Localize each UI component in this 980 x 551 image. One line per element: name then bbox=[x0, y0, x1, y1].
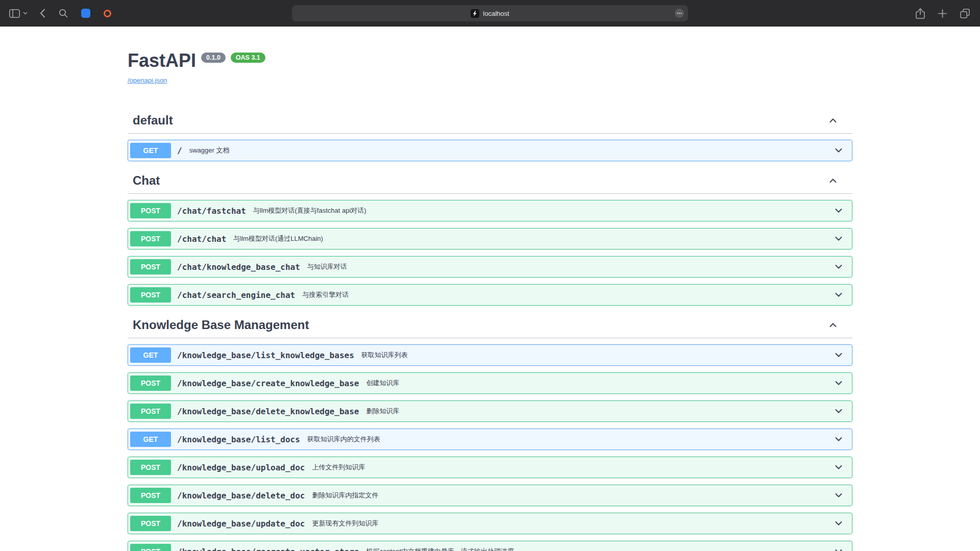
operation-summary: 删除知识库 bbox=[366, 407, 832, 416]
chevron-down-icon bbox=[834, 434, 844, 444]
chevron-down-icon[interactable] bbox=[23, 12, 28, 15]
expand-operation-button[interactable] bbox=[832, 261, 845, 273]
collapse-section-button[interactable] bbox=[827, 174, 839, 187]
operation-post-knowledge-base-delete-doc[interactable]: POST/knowledge_base/delete_doc删除知识库内指定文件 bbox=[128, 485, 852, 506]
back-icon[interactable] bbox=[40, 9, 45, 18]
operation-post-chat-search-engine-chat[interactable]: POST/chat/search_engine_chat与搜索引擎对话 bbox=[128, 284, 852, 306]
operation-summary: 更新现有文件到知识库 bbox=[312, 519, 832, 528]
operation-post-chat-fastchat[interactable]: POST/chat/fastchat与llm模型对话(直接与fastchat a… bbox=[128, 200, 852, 221]
expand-operation-button[interactable] bbox=[832, 377, 845, 389]
expand-operation-button[interactable] bbox=[832, 405, 845, 417]
method-badge: POST bbox=[130, 460, 171, 475]
section-title: Chat bbox=[133, 172, 160, 189]
expand-operation-button[interactable] bbox=[832, 233, 845, 245]
toolbar-left-group bbox=[9, 0, 125, 27]
method-badge: POST bbox=[130, 203, 171, 218]
operation-path: /knowledge_base/upload_doc bbox=[177, 463, 305, 472]
operation-summary: 上传文件到知识库 bbox=[312, 463, 832, 472]
section-title: default bbox=[133, 112, 173, 129]
operation-summary: 与llm模型对话(直接与fastchat api对话) bbox=[253, 206, 832, 215]
collapse-section-button[interactable] bbox=[827, 114, 839, 127]
operation-post-knowledge-base-create-knowledge-base[interactable]: POST/knowledge_base/create_knowledge_bas… bbox=[128, 372, 852, 394]
expand-operation-button[interactable] bbox=[832, 517, 845, 530]
operation-post-knowledge-base-delete-knowledge-base[interactable]: POST/knowledge_base/delete_knowledge_bas… bbox=[128, 400, 852, 422]
oas-badge: OAS 3.1 bbox=[231, 53, 265, 63]
operation-path: /chat/search_engine_chat bbox=[177, 290, 295, 300]
chevron-down-icon bbox=[834, 546, 844, 551]
operation-post-knowledge-base-recreate-vector-store[interactable]: POST/knowledge_base/recreate_vector_stor… bbox=[128, 541, 852, 551]
tag-section-default: defaultGET/swagger 文档 bbox=[128, 108, 852, 161]
operation-path: /chat/chat bbox=[177, 234, 226, 244]
new-tab-icon[interactable] bbox=[938, 9, 947, 18]
method-badge: POST bbox=[130, 516, 171, 531]
section-header-chat[interactable]: Chat bbox=[128, 168, 852, 194]
section-header-knowledge-base-management[interactable]: Knowledge Base Management bbox=[128, 312, 852, 338]
method-badge: GET bbox=[130, 432, 171, 447]
operation-path: /knowledge_base/delete_doc bbox=[177, 491, 305, 500]
method-badge: POST bbox=[130, 287, 171, 303]
operation-summary: 与llm模型对话(通过LLMChain) bbox=[233, 234, 832, 243]
operation-get-knowledge-base-list-knowledge-bases[interactable]: GET/knowledge_base/list_knowledge_bases获… bbox=[128, 344, 852, 366]
expand-operation-button[interactable] bbox=[832, 545, 845, 551]
operation-post-knowledge-base-upload-doc[interactable]: POST/knowledge_base/upload_doc上传文件到知识库 bbox=[128, 457, 852, 478]
method-badge: POST bbox=[130, 231, 171, 246]
operation-summary: 获取知识库列表 bbox=[361, 350, 832, 360]
operation-path: /knowledge_base/list_docs bbox=[177, 435, 300, 444]
operation-post-chat-chat[interactable]: POST/chat/chat与llm模型对话(通过LLMChain) bbox=[128, 228, 852, 249]
method-badge: POST bbox=[130, 488, 171, 503]
operation-path: /knowledge_base/delete_knowledge_base bbox=[177, 407, 359, 416]
collapse-section-button[interactable] bbox=[827, 319, 839, 331]
operation-path: /chat/knowledge_base_chat bbox=[177, 262, 300, 272]
tab-overview-icon[interactable] bbox=[960, 9, 970, 18]
operation-summary: 与搜索引擎对话 bbox=[302, 290, 832, 299]
operation-path: / bbox=[177, 146, 182, 156]
operation-post-knowledge-base-update-doc[interactable]: POST/knowledge_base/update_doc更新现有文件到知识库 bbox=[128, 513, 852, 534]
method-badge: POST bbox=[130, 544, 171, 551]
section-title: Knowledge Base Management bbox=[133, 317, 309, 333]
openapi-json-link[interactable]: /openapi.json bbox=[128, 77, 167, 84]
operation-get-knowledge-base-list-docs[interactable]: GET/knowledge_base/list_docs获取知识库内的文件列表 bbox=[128, 429, 852, 450]
method-badge: POST bbox=[130, 259, 171, 274]
expand-operation-button[interactable] bbox=[832, 461, 845, 473]
expand-operation-button[interactable] bbox=[832, 205, 845, 217]
operations-list: GET/swagger 文档 bbox=[128, 140, 852, 161]
api-info: FastAPI 0.1.0 OAS 3.1 /openapi.json bbox=[128, 50, 852, 85]
browser-toolbar: localhost bbox=[0, 0, 980, 27]
chevron-up-icon bbox=[828, 176, 838, 186]
operation-path: /chat/fastchat bbox=[177, 206, 246, 216]
chevron-down-icon bbox=[834, 145, 844, 156]
sidebar-toggle-icon[interactable] bbox=[9, 9, 20, 18]
search-icon[interactable] bbox=[59, 9, 68, 18]
expand-operation-button[interactable] bbox=[832, 433, 845, 445]
operation-summary: 获取知识库内的文件列表 bbox=[307, 435, 832, 444]
expand-operation-button[interactable] bbox=[832, 289, 845, 301]
operation-path: /knowledge_base/update_doc bbox=[177, 519, 305, 529]
expand-operation-button[interactable] bbox=[832, 144, 845, 157]
extension-orange-icon[interactable] bbox=[104, 10, 111, 17]
chevron-down-icon bbox=[834, 350, 844, 360]
operation-summary: 创建知识库 bbox=[366, 379, 832, 388]
tag-section-knowledge-base-management: Knowledge Base ManagementGET/knowledge_b… bbox=[128, 312, 852, 551]
extension-blue-icon[interactable] bbox=[81, 9, 90, 18]
section-header-default[interactable]: default bbox=[128, 108, 852, 134]
ellipsis-icon[interactable] bbox=[675, 9, 684, 18]
operation-get-root[interactable]: GET/swagger 文档 bbox=[128, 140, 852, 161]
chevron-down-icon bbox=[834, 262, 844, 272]
api-title-text: FastAPI bbox=[128, 50, 196, 71]
share-icon[interactable] bbox=[916, 8, 925, 19]
address-bar[interactable]: localhost bbox=[292, 5, 688, 21]
chevron-down-icon bbox=[834, 406, 844, 416]
api-sections: defaultGET/swagger 文档ChatPOST/chat/fastc… bbox=[128, 108, 852, 551]
chevron-down-icon bbox=[834, 290, 844, 300]
version-badge: 0.1.0 bbox=[201, 53, 226, 63]
chevron-down-icon bbox=[834, 234, 844, 244]
expand-operation-button[interactable] bbox=[832, 489, 845, 502]
operations-list: POST/chat/fastchat与llm模型对话(直接与fastchat a… bbox=[128, 200, 852, 306]
operation-post-chat-knowledge-base-chat[interactable]: POST/chat/knowledge_base_chat与知识库对话 bbox=[128, 256, 852, 278]
operation-summary: 删除知识库内指定文件 bbox=[312, 491, 832, 500]
operation-path: /knowledge_base/create_knowledge_base bbox=[177, 379, 359, 388]
operation-summary: swagger 文档 bbox=[189, 146, 832, 155]
chevron-down-icon bbox=[834, 518, 844, 529]
operation-summary: 根据content中文档重建向量库，流式输出处理进度。 bbox=[366, 547, 832, 551]
expand-operation-button[interactable] bbox=[832, 349, 845, 361]
